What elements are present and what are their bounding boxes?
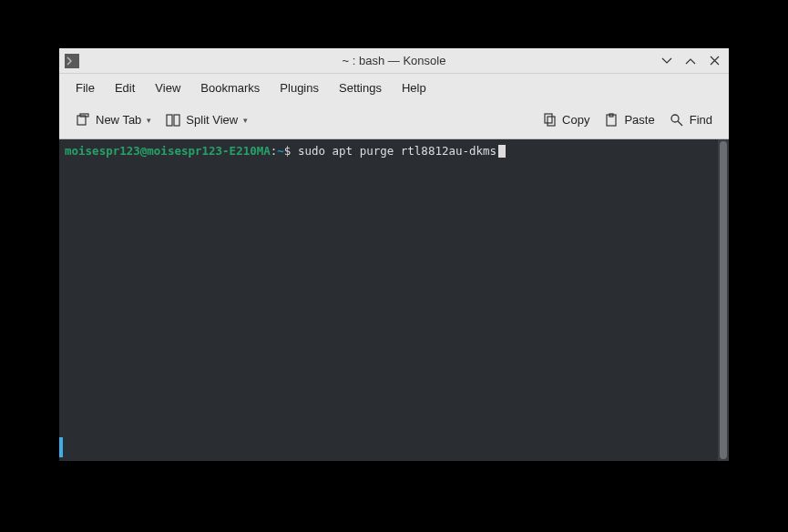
paste-button[interactable]: Paste xyxy=(597,108,661,132)
copy-icon xyxy=(542,113,557,128)
menu-plugins[interactable]: Plugins xyxy=(271,77,328,98)
paste-icon xyxy=(604,113,619,128)
terminal-area[interactable]: moisespr123@moisespr123-E210MA:~$ sudo a… xyxy=(59,139,729,461)
split-view-label: Split View xyxy=(186,113,238,127)
minimize-button[interactable] xyxy=(660,54,674,68)
menu-edit[interactable]: Edit xyxy=(106,77,144,98)
menu-settings[interactable]: Settings xyxy=(330,77,391,98)
taskbar-indicator xyxy=(59,437,63,457)
konsole-window: ~ : bash — Konsole File Edit View Bookma… xyxy=(59,48,729,461)
copy-button[interactable]: Copy xyxy=(535,108,597,132)
new-tab-button[interactable]: New Tab ▾ xyxy=(68,108,159,132)
split-view-button[interactable]: Split View ▾ xyxy=(159,108,255,132)
svg-rect-3 xyxy=(174,115,179,126)
prompt-path: ~ xyxy=(277,144,284,158)
split-view-icon xyxy=(166,113,180,128)
search-icon xyxy=(670,113,684,128)
terminal-app-icon xyxy=(65,54,79,68)
prompt-symbol: $ xyxy=(284,144,292,158)
maximize-button[interactable] xyxy=(683,54,698,68)
svg-point-8 xyxy=(671,115,679,122)
svg-line-9 xyxy=(678,121,682,126)
scrollbar[interactable] xyxy=(718,139,729,461)
chevron-down-icon: ▾ xyxy=(243,116,248,125)
copy-label: Copy xyxy=(562,113,589,127)
svg-rect-4 xyxy=(545,114,552,123)
toolbar: New Tab ▾ Split View ▾ Copy Paste xyxy=(59,101,729,139)
svg-rect-5 xyxy=(548,117,555,126)
command-text: sudo apt purge rtl8812au-dkms xyxy=(298,144,496,158)
menu-bookmarks[interactable]: Bookmarks xyxy=(191,77,269,98)
cursor xyxy=(498,145,506,158)
titlebar[interactable]: ~ : bash — Konsole xyxy=(59,48,729,74)
prompt-user-host: moisespr123@moisespr123-E210MA xyxy=(65,144,271,158)
svg-rect-2 xyxy=(167,115,172,126)
chevron-down-icon: ▾ xyxy=(147,116,151,125)
paste-label: Paste xyxy=(624,113,654,127)
menu-view[interactable]: View xyxy=(146,77,189,98)
new-tab-icon xyxy=(76,113,90,128)
find-label: Find xyxy=(690,113,712,127)
window-title: ~ : bash — Konsole xyxy=(59,54,729,67)
window-controls xyxy=(660,54,729,68)
menu-file[interactable]: File xyxy=(67,77,104,98)
close-button[interactable] xyxy=(707,54,721,68)
new-tab-label: New Tab xyxy=(96,113,141,127)
menu-help[interactable]: Help xyxy=(393,77,435,98)
find-button[interactable]: Find xyxy=(662,108,720,132)
menubar: File Edit View Bookmarks Plugins Setting… xyxy=(59,74,729,101)
scrollbar-thumb[interactable] xyxy=(720,141,727,459)
terminal-content[interactable]: moisespr123@moisespr123-E210MA:~$ sudo a… xyxy=(59,139,718,461)
